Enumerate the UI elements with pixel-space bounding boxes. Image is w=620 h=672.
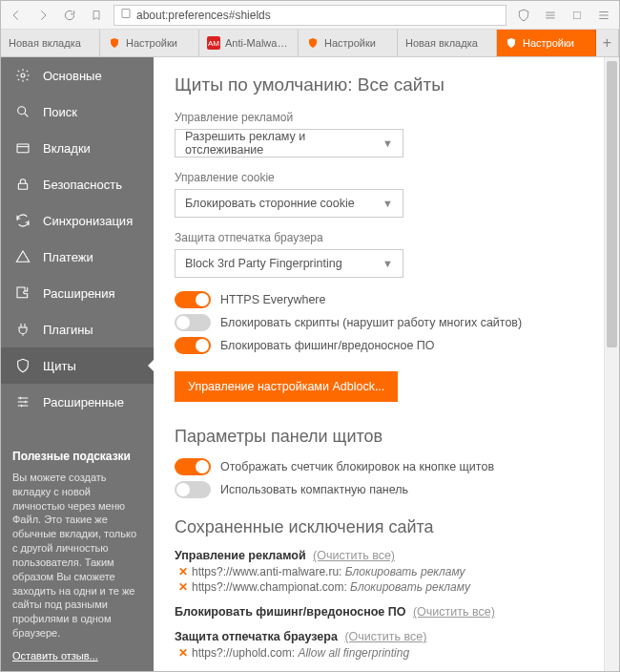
search-icon [14,103,31,120]
page-icon [120,8,132,22]
sidebar-item-label: Синхронизация [43,214,133,228]
sidebar-item-advanced[interactable]: Расширенные [1,384,154,420]
sidebar-item-general[interactable]: Основные [1,57,154,94]
sidebar-item-security[interactable]: Безопасность [1,166,154,202]
sidebar-item-sync[interactable]: Синхронизация [1,202,154,239]
tab-настройки[interactable]: Настройки [299,30,398,56]
fingerprint-select[interactable]: Block 3rd Party Fingerprinting ▼ [175,249,403,278]
shield-indicator[interactable] [514,6,533,25]
block-phishing-label: Блокировать фишинг/вредоносное ПО [220,339,435,352]
svg-rect-3 [17,144,29,153]
url-text: about:preferences#shields [136,9,271,22]
exclusion-group-title: Управление рекламой (Очистить все) [175,549,598,562]
sidebar-item-label: Поиск [43,105,77,119]
tab-label: Anti-Malware.ru - [225,37,290,49]
tab-label: Настройки [523,37,574,49]
exclusion-row: ✕https?://www.anti-malware.ru: Блокирова… [178,565,598,578]
page-title: Щиты по умолчанию: Все сайты [175,74,598,95]
sidebar: ОсновныеПоискВкладкиБезопасностьСинхрони… [1,57,154,672]
cookie-control-label: Управление cookie [175,171,598,184]
sidebar-footer: Полезные подсказки Вы можете создать вкл… [1,438,154,672]
exclusion-group: Защита отпечатка браузера (Очистить все)… [175,630,598,660]
menu-lines-button[interactable] [541,6,560,25]
address-bar[interactable]: about:preferences#shields [114,5,506,26]
ads-control-value: Разрешить рекламу и отслеживание [185,130,382,157]
compact-panel-label: Использовать компактную панель [220,483,408,496]
exclusion-group: Блокировать фишинг/вредоносное ПО (Очист… [175,605,598,619]
exclusion-group-title: Блокировать фишинг/вредоносное ПО (Очист… [175,605,598,619]
sliders-icon [14,393,31,410]
tab-настройки[interactable]: Настройки [100,30,199,56]
tab-label: Новая вкладка [405,37,478,49]
sidebar-item-label: Плагины [43,323,93,337]
svg-point-2 [18,107,26,115]
puzzle-icon [14,284,31,302]
remove-exclusion-button[interactable]: ✕ [178,565,188,578]
sidebar-item-label: Расширения [43,286,115,301]
content-pane: Щиты по умолчанию: Все сайты Управление … [154,57,619,672]
exclusion-group: Управление рекламой (Очистить все)✕https… [175,549,598,594]
sidebar-item-label: Платежи [43,250,93,264]
forward-button[interactable] [33,6,52,25]
compact-panel-toggle[interactable] [175,481,211,498]
reload-button[interactable] [60,6,79,25]
tab-anti-malware-ru-[interactable]: AMAnti-Malware.ru - [199,30,299,56]
tab-strip: Новая вкладкаНастройкиAMAnti-Malware.ru … [1,30,619,57]
sidebar-item-label: Щиты [43,359,76,373]
sidebar-item-label: Расширенные [43,395,124,410]
svg-point-1 [21,74,25,77]
exclusion-group-title: Защита отпечатка браузера (Очистить все) [175,630,598,643]
tab-настройки[interactable]: Настройки [497,30,596,56]
tab-label: Новая вкладка [9,37,81,49]
clear-all-link[interactable]: (Очистить все) [344,630,426,643]
sidebar-item-search[interactable]: Поиск [1,94,154,130]
lock-icon [14,176,31,193]
sync-icon [14,212,31,229]
adblock-settings-button[interactable]: Управление настройками Adblock... [175,371,398,402]
fingerprint-value: Block 3rd Party Fingerprinting [185,257,342,270]
sidebar-item-label: Основные [43,69,102,83]
browser-toolbar: about:preferences#shields □ [1,1,619,30]
cookie-control-select[interactable]: Блокировать сторонние cookie ▼ [175,189,403,218]
chevron-down-icon: ▼ [382,198,393,209]
bookmark-button[interactable] [87,6,106,25]
sidebar-item-tabs[interactable]: Вкладки [1,130,154,166]
show-counter-label: Отображать счетчик блокировок на кнопке … [220,460,494,473]
tab-label: Настройки [126,37,177,49]
exceptions-title: Сохраненные исключения сайта [175,517,598,537]
block-phishing-toggle[interactable] [175,337,211,354]
scroll-thumb[interactable] [607,61,617,347]
sidebar-item-plugins[interactable]: Плагины [1,311,154,347]
tips-title: Полезные подсказки [12,450,142,463]
exclusion-row: ✕https?://uphold.com: Allow all fingerpr… [178,646,598,660]
clear-all-link[interactable]: (Очистить все) [413,605,495,619]
sidebar-item-payments[interactable]: Платежи [1,239,154,275]
feedback-link[interactable]: Оставить отзыв... [12,650,98,662]
chevron-down-icon: ▼ [382,258,393,269]
sidebar-item-label: Вкладки [43,141,91,156]
block-scripts-toggle[interactable] [175,314,211,331]
svg-rect-0 [122,10,130,18]
menu-bars-button[interactable] [594,6,613,25]
ads-control-label: Управление рекламой [175,111,598,124]
new-tab-button[interactable]: + [596,30,619,56]
clear-all-link[interactable]: (Очистить все) [313,549,395,562]
tab-новая-вкладка[interactable]: Новая вкладка [1,30,100,56]
sidebar-item-shields[interactable]: Щиты [1,347,154,384]
sidebar-item-extensions[interactable]: Расширения [1,275,154,311]
back-button[interactable] [7,6,26,25]
shield-icon [14,357,31,374]
svg-rect-4 [18,183,27,189]
ads-control-select[interactable]: Разрешить рекламу и отслеживание ▼ [175,129,403,158]
tab-новая-вкладка[interactable]: Новая вкладка [398,30,497,56]
plug-icon [14,321,31,338]
sidebar-item-label: Безопасность [43,178,122,192]
remove-exclusion-button[interactable]: ✕ [178,646,188,660]
window-min-button[interactable]: □ [568,6,587,25]
tabs-icon [14,139,31,157]
show-counter-toggle[interactable] [175,458,211,475]
scrollbar[interactable] [604,57,619,671]
remove-exclusion-button[interactable]: ✕ [178,580,188,594]
https-everywhere-toggle[interactable] [175,291,211,308]
block-scripts-label: Блокировать скрипты (нарушит работу мног… [220,316,522,329]
